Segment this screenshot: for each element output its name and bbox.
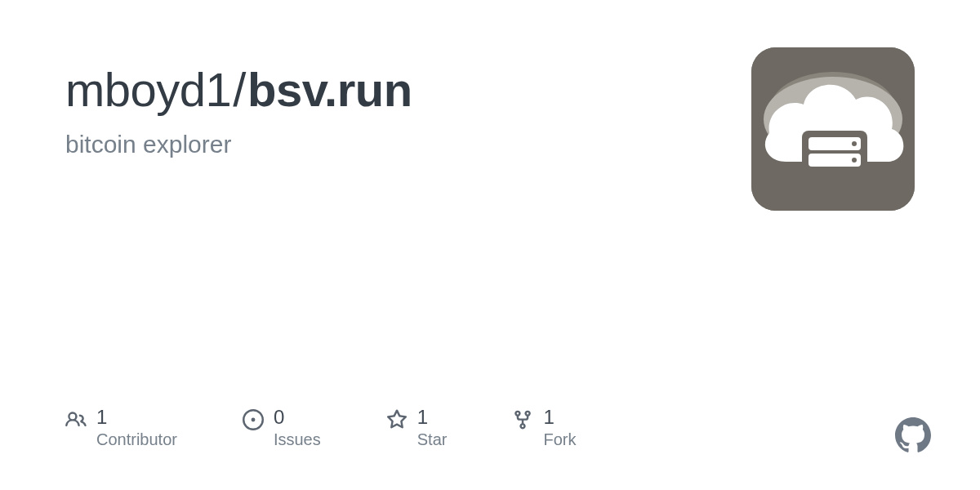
separator: / <box>233 63 246 116</box>
stars-count: 1 <box>417 408 448 427</box>
stats-row: 1 Contributor 0 Issues 1 Star <box>65 408 576 449</box>
contributors-count: 1 <box>96 408 177 427</box>
repo-owner[interactable]: mboyd1 <box>65 63 231 116</box>
stat-contributors[interactable]: 1 Contributor <box>65 408 177 449</box>
forks-label: Fork <box>543 430 576 449</box>
forks-count: 1 <box>543 408 576 427</box>
star-icon <box>386 409 408 430</box>
issues-label: Issues <box>274 430 321 449</box>
repo-description: bitcoin explorer <box>65 131 751 158</box>
stars-label: Star <box>417 430 448 449</box>
stat-stars[interactable]: 1 Star <box>386 408 448 449</box>
repo-name[interactable]: bsv.run <box>247 63 412 116</box>
avatar[interactable] <box>751 47 915 211</box>
github-mark-icon[interactable] <box>895 417 931 453</box>
svg-rect-3 <box>802 131 867 173</box>
stat-forks[interactable]: 1 Fork <box>512 408 576 449</box>
people-icon <box>65 409 87 430</box>
repo-title[interactable]: mboyd1/bsv.run <box>65 64 751 116</box>
stat-issues[interactable]: 0 Issues <box>243 408 321 449</box>
title-block: mboyd1/bsv.run bitcoin explorer <box>65 64 751 158</box>
svg-point-5 <box>852 141 857 146</box>
repo-card: mboyd1/bsv.run bitcoin explorer <box>0 0 980 490</box>
svg-point-7 <box>852 158 857 163</box>
issues-count: 0 <box>274 408 321 427</box>
contributors-label: Contributor <box>96 430 177 449</box>
issue-icon <box>243 409 264 430</box>
title-row: mboyd1/bsv.run bitcoin explorer <box>65 64 915 211</box>
cloud-server-icon <box>751 47 915 211</box>
fork-icon <box>512 409 533 430</box>
